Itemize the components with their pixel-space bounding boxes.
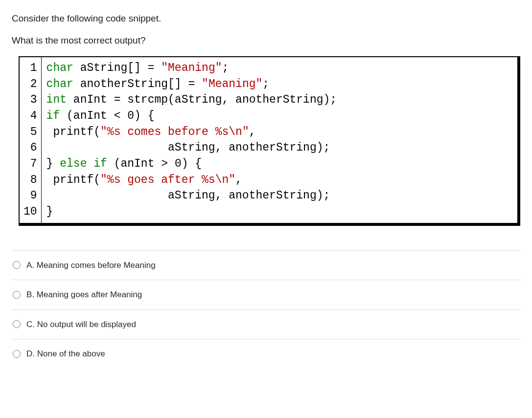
line-number: 1 bbox=[23, 60, 37, 76]
code-body: char aString[] = "Meaning"; char another… bbox=[42, 57, 517, 223]
radio-icon[interactable] bbox=[13, 291, 21, 299]
radio-icon[interactable] bbox=[13, 350, 21, 358]
question-text: Consider the following code snippet. Wha… bbox=[12, 12, 520, 47]
line-number: 5 bbox=[23, 124, 37, 140]
line-number: 7 bbox=[23, 156, 37, 172]
answer-label: C. No output will be displayed bbox=[26, 318, 136, 331]
answer-options: A. Meaning comes before MeaningB. Meanin… bbox=[12, 250, 520, 369]
answer-label: D. None of the above bbox=[26, 348, 105, 360]
answer-option[interactable]: A. Meaning comes before Meaning bbox=[12, 250, 520, 281]
line-number: 8 bbox=[23, 172, 37, 188]
question-line-1: Consider the following code snippet. bbox=[12, 12, 520, 26]
line-number: 3 bbox=[23, 92, 37, 108]
question-line-2: What is the most correct output? bbox=[12, 34, 520, 48]
answer-label: A. Meaning comes before Meaning bbox=[26, 259, 156, 272]
line-number: 9 bbox=[23, 188, 37, 204]
answer-option[interactable]: D. None of the above bbox=[12, 339, 520, 369]
radio-icon[interactable] bbox=[13, 261, 21, 269]
answer-option[interactable]: B. Meaning goes after Meaning bbox=[12, 280, 520, 310]
radio-icon[interactable] bbox=[13, 320, 21, 328]
line-number: 2 bbox=[23, 76, 37, 92]
line-number: 10 bbox=[23, 204, 37, 220]
answer-label: B. Meaning goes after Meaning bbox=[26, 288, 142, 301]
line-number: 6 bbox=[23, 140, 37, 156]
code-block: 12345678910 char aString[] = "Meaning"; … bbox=[19, 56, 520, 226]
line-numbers: 12345678910 bbox=[20, 57, 42, 223]
answer-option[interactable]: C. No output will be displayed bbox=[12, 310, 520, 340]
line-number: 4 bbox=[23, 108, 37, 124]
